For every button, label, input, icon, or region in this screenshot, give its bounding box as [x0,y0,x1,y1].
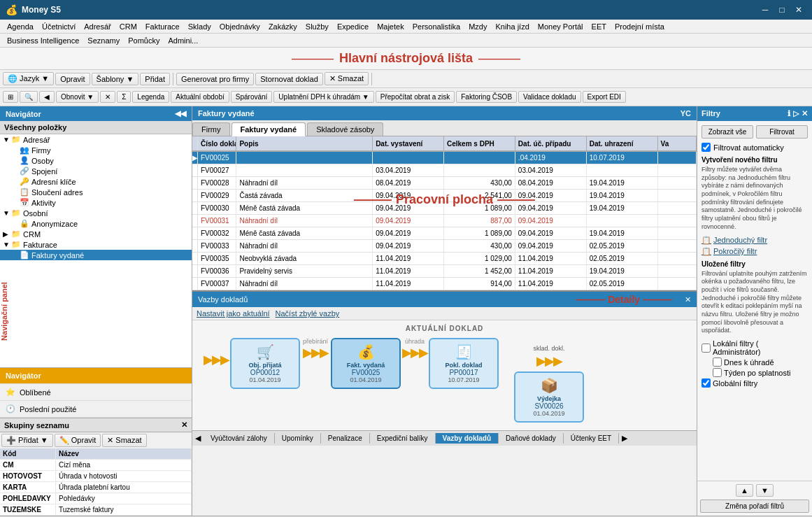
vazby-close-btn[interactable]: ✕ [685,295,691,304]
menu-item-expedice[interactable]: Expedice [333,21,373,32]
nav-tree-item-faktury-vydané[interactable]: 📄Faktury vydané [0,250,192,260]
table-row[interactable]: FV00032 Méně častá závada 09.04.2019 1 0… [192,227,697,240]
menu-item-row2-seznamy[interactable]: Seznamy [83,35,124,46]
menu-item-prodejní-místa[interactable]: Prodejní místa [611,21,669,32]
toolbar1-btn----jazyk--[interactable]: 🌐 Jazyk ▼ [3,72,54,85]
table-row[interactable]: FV00036 Pravidelný servis 11.04.2019 1 4… [192,265,697,278]
change-order-btn[interactable]: Změna pořadí filtrů [700,500,809,513]
menu-item-mzdy[interactable]: Mzdy [464,21,491,32]
groups-row[interactable]: CMCizí měna [0,460,192,471]
th-dat-uh[interactable]: Dat. uhrazení [587,136,658,150]
th-num[interactable]: Číslo dokladu ▲ [198,136,236,150]
btab-expediční-balíky[interactable]: Expediční balíky [370,433,436,444]
global-filters-checkbox[interactable] [701,378,711,388]
nav-tree-item-osobní[interactable]: ▼📁Osobní [0,208,192,218]
filter-btn[interactable]: Filtrovat [756,125,808,139]
nav-expand[interactable]: ▼ [3,241,11,248]
menu-item-money-portál[interactable]: Money Portál [534,21,587,32]
table-row[interactable]: FV00037 Náhradní díl 11.04.2019 914,00 1… [192,278,697,290]
btab-nav-right[interactable]: ▶ [619,434,630,443]
tab-firmy[interactable]: Firmy [192,122,230,136]
menu-item-fakturace[interactable]: Fakturace [141,21,184,32]
navigator-btn[interactable]: Navigátor [0,368,192,384]
toolbar1-btn--ablony--[interactable]: Šablony ▼ [92,73,139,85]
groups-row[interactable]: POHLEDAVKYPohledávky [0,493,192,504]
menu-item-row2-admini...[interactable]: Admini... [164,35,202,46]
advanced-filter-link[interactable]: 📋 Pokročilý filtr [701,247,808,256]
toolbar1-btn-p-idat[interactable]: Přidat [140,73,170,85]
local-filters-item[interactable]: Lokální filtry ( Administrátor) [701,339,808,356]
toolbar1-btn-generovat-pro-firmy[interactable]: Generovat pro firmy [176,73,254,85]
filter-scroll-down-btn[interactable]: ▼ [756,484,774,497]
close-button[interactable]: ✕ [791,3,806,17]
table-row[interactable]: FV00027 03.04.2019 03.04.2019 [192,164,697,177]
toolbar2-btn-sp-rov-n-[interactable]: Spárování [231,91,273,103]
menu-item-row2-business-intelligence[interactable]: Business Intelligence [3,35,83,46]
toolbar1-btn-stornovat-doklad[interactable]: Stornovat doklad [255,73,323,85]
filters-close-btn[interactable]: ✕ [802,109,808,118]
menu-item-majetek[interactable]: Majetek [373,21,408,32]
doc4-box[interactable]: 📦 Výdejka SV00026 01.04.2019 [514,371,584,423]
nav-tree-item-aktivity[interactable]: 📅Aktivity [0,197,192,208]
vazby-set-current-btn[interactable]: Nastavit jako aktuální [197,309,270,318]
show-all-btn[interactable]: Zobrazit vše [701,125,753,139]
btab-vazby-dokladů[interactable]: Vazby dokladů [436,433,499,444]
maximize-button[interactable]: □ [774,3,790,17]
groups-delete-btn[interactable]: ✕ Smazat [102,434,146,447]
local-filters-checkbox[interactable] [701,344,711,353]
nav-tree-item-adresář[interactable]: ▼📁Adresář [0,134,192,145]
dnes-uhrada-item[interactable]: Dnes k úhradě [701,357,808,367]
nav-tree-item-firmy[interactable]: 👥Firmy [0,145,192,155]
groups-edit-btn[interactable]: ✏️ Opravit [55,434,101,447]
groups-row[interactable]: HOTOVOSTÚhrada v hotovosti [0,471,192,482]
toolbar1-btn-opravit[interactable]: Opravit [55,73,90,85]
toolbar2-btn--[interactable]: ◀ [39,91,55,103]
filters-expand-btn[interactable]: ▷ [793,109,799,118]
groups-add-btn[interactable]: ➕ Přidat ▼ [1,434,53,447]
nav-expand[interactable]: ▼ [3,136,11,143]
menu-item-zakázky[interactable]: Zakázky [264,21,301,32]
tab-faktury-vydané[interactable]: Faktury vydané [232,122,306,136]
menu-item-eet[interactable]: EET [587,21,611,32]
menu-item-účetnictví[interactable]: Účetnictví [38,21,80,32]
nav-tree-item-anonymizace[interactable]: 🔒Anonymizace [0,218,192,229]
posledni-item[interactable]: 🕐 Poslední použité [0,401,192,418]
tyden-splatnosti-item[interactable]: Týden po splatnosti [701,368,808,377]
btab-upomínky[interactable]: Upomínky [275,433,321,444]
th-dat-uc[interactable]: Dat. úč. případu [515,136,587,150]
groups-close-btn[interactable]: ✕ [181,420,187,430]
btab-účtenky-eet[interactable]: Účtenky EET [564,433,619,444]
auto-filter-checkbox[interactable]: Filtrovat automaticky [701,143,808,152]
toolbar2-btn--[interactable]: Σ [117,91,131,103]
menu-item-row2-pomůcky[interactable]: Pomůcky [124,35,164,46]
toolbar1-btn---smazat[interactable]: ✕ Smazat [325,72,369,85]
toolbar2-btn-validace-dokladu[interactable]: Validace dokladu [518,91,580,103]
minimize-button[interactable]: ─ [757,3,773,17]
nav-tree-item-spojení[interactable]: 🔗Spojení [0,166,192,176]
btab-vyúčtování-zálohy[interactable]: Vyúčtování zálohy [204,433,275,444]
table-row[interactable]: FV00031 Náhradní díl 09.04.2019 887,00 0… [192,215,697,227]
th-popis[interactable]: Popis [236,136,373,150]
menu-item-služby[interactable]: Služby [301,21,333,32]
global-filters-item[interactable]: Globální filtry [701,378,808,388]
menu-item-crm[interactable]: CRM [115,21,141,32]
nav-tree-item-sloučení-adres[interactable]: 📋Sloučení adres [0,187,192,197]
th-celkem[interactable]: Celkem s DPH [444,136,515,150]
tyden-splatnosti-checkbox[interactable] [713,368,722,377]
doc2-box[interactable]: 💰 Fakt. vydaná FV00025 01.04.2019 [331,338,401,389]
th-dat-vyst[interactable]: Dat. vystavení [373,136,444,150]
table-row[interactable]: FV00028 Náhradní díl 08.04.2019 430,00 0… [192,177,697,190]
toolbar2-btn-export-edi[interactable]: Export EDI [583,91,626,103]
auto-filter-input[interactable] [701,143,711,152]
menu-item-sklady[interactable]: Sklady [184,21,215,32]
groups-row[interactable]: KARTAÚhrada platební kartou [0,482,192,493]
filter-scroll-up-btn[interactable]: ▲ [736,484,753,497]
toolbar2-btn-aktu-ln--obdob-[interactable]: Aktuální období [171,91,229,103]
tab-skladové-zásoby[interactable]: Skladové zásoby [307,122,383,136]
nav-expand[interactable]: ▶ [3,230,11,238]
toolbar2-btn-faktoring--sob[interactable]: Faktoring ČSOB [456,91,517,103]
doc1-box[interactable]: 🛒 Obj. přijatá OP00012 01.04.2019 [230,338,300,389]
toolbar2-btn-obnovit--[interactable]: Obnovit ▼ [56,91,99,103]
toolbar2-btn-legenda[interactable]: Legenda [132,91,169,103]
table-row[interactable]: ▶ FV00025 .04.2019 10.07.2019 [192,152,697,164]
